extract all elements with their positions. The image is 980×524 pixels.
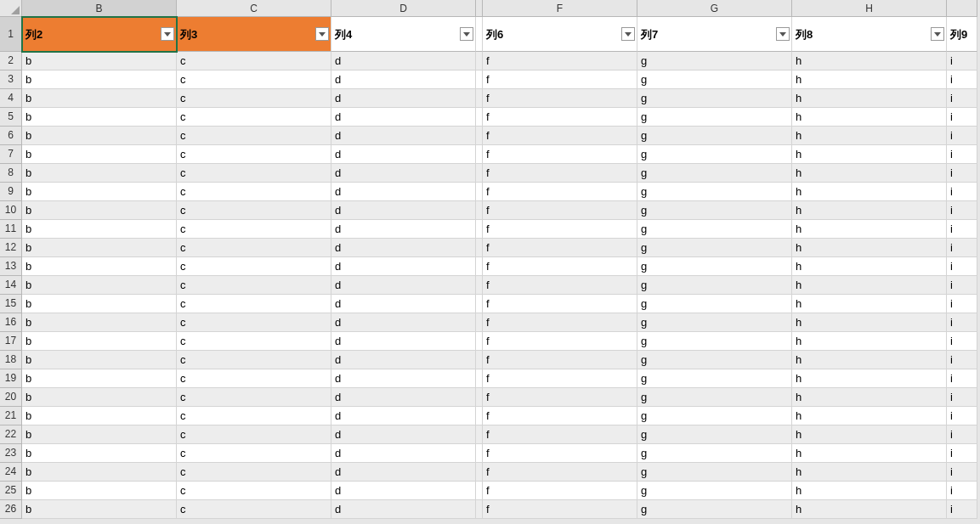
data-cell[interactable]: c <box>177 482 331 500</box>
data-cell[interactable]: c <box>177 70 331 89</box>
row-header-17[interactable]: 17 <box>0 332 22 351</box>
data-cell[interactable]: c <box>177 369 331 388</box>
data-cell[interactable]: i <box>947 239 977 257</box>
data-cell[interactable]: c <box>177 463 331 482</box>
data-cell[interactable] <box>476 332 483 351</box>
row-header-11[interactable]: 11 <box>0 220 22 239</box>
data-cell[interactable] <box>476 407 483 425</box>
data-cell[interactable] <box>476 89 483 108</box>
data-cell[interactable]: i <box>947 276 977 295</box>
data-cell[interactable]: c <box>177 332 331 351</box>
data-cell[interactable]: c <box>177 276 331 295</box>
data-cell[interactable]: g <box>637 313 792 332</box>
data-cell[interactable]: h <box>792 482 947 500</box>
data-cell[interactable]: g <box>637 89 792 108</box>
data-cell[interactable] <box>476 351 483 369</box>
data-cell[interactable]: h <box>792 127 947 145</box>
row-header-13[interactable]: 13 <box>0 257 22 276</box>
data-cell[interactable]: d <box>331 425 476 444</box>
data-cell[interactable]: c <box>177 295 331 313</box>
data-cell[interactable]: b <box>22 89 177 108</box>
col-header-F[interactable]: F <box>483 0 637 17</box>
data-cell[interactable]: i <box>947 257 977 276</box>
data-cell[interactable] <box>476 425 483 444</box>
data-cell[interactable]: h <box>792 239 947 257</box>
data-cell[interactable]: h <box>792 89 947 108</box>
data-cell[interactable]: h <box>792 108 947 127</box>
data-cell[interactable]: h <box>792 220 947 239</box>
table-header-cell[interactable]: 列7 <box>637 17 792 52</box>
data-cell[interactable]: f <box>483 70 637 89</box>
row-header-26[interactable]: 26 <box>0 500 22 519</box>
table-header-cell[interactable]: 列3 <box>177 17 331 52</box>
data-cell[interactable]: b <box>22 313 177 332</box>
filter-dropdown-icon[interactable] <box>621 27 635 41</box>
table-header-cell[interactable]: 列6 <box>483 17 637 52</box>
data-cell[interactable]: f <box>483 500 637 519</box>
data-cell[interactable]: f <box>483 257 637 276</box>
data-cell[interactable]: b <box>22 108 177 127</box>
row-header-12[interactable]: 12 <box>0 239 22 257</box>
data-cell[interactable]: c <box>177 52 331 70</box>
data-cell[interactable]: b <box>22 239 177 257</box>
data-cell[interactable]: f <box>483 407 637 425</box>
data-cell[interactable]: h <box>792 164 947 183</box>
data-cell[interactable]: i <box>947 500 977 519</box>
data-cell[interactable]: f <box>483 201 637 220</box>
row-header-18[interactable]: 18 <box>0 351 22 369</box>
data-cell[interactable]: b <box>22 164 177 183</box>
data-cell[interactable]: i <box>947 482 977 500</box>
data-cell[interactable]: i <box>947 332 977 351</box>
data-cell[interactable]: b <box>22 70 177 89</box>
data-cell[interactable] <box>476 313 483 332</box>
data-cell[interactable]: h <box>792 369 947 388</box>
data-cell[interactable]: f <box>483 220 637 239</box>
data-cell[interactable]: i <box>947 313 977 332</box>
data-cell[interactable]: i <box>947 295 977 313</box>
data-cell[interactable]: c <box>177 444 331 463</box>
data-cell[interactable]: g <box>637 388 792 407</box>
data-cell[interactable]: f <box>483 369 637 388</box>
data-cell[interactable]: c <box>177 425 331 444</box>
data-cell[interactable]: i <box>947 89 977 108</box>
data-cell[interactable]: d <box>331 52 476 70</box>
data-cell[interactable]: i <box>947 108 977 127</box>
data-cell[interactable]: d <box>331 500 476 519</box>
data-cell[interactable]: d <box>331 164 476 183</box>
row-header-19[interactable]: 19 <box>0 369 22 388</box>
data-cell[interactable]: g <box>637 463 792 482</box>
data-cell[interactable]: i <box>947 183 977 201</box>
data-cell[interactable]: i <box>947 52 977 70</box>
data-cell[interactable]: g <box>637 108 792 127</box>
data-cell[interactable]: b <box>22 145 177 164</box>
data-cell[interactable] <box>476 108 483 127</box>
data-cell[interactable]: g <box>637 127 792 145</box>
data-cell[interactable]: f <box>483 332 637 351</box>
data-cell[interactable]: c <box>177 257 331 276</box>
data-cell[interactable]: d <box>331 407 476 425</box>
col-header-D[interactable]: D <box>331 0 476 17</box>
data-cell[interactable]: d <box>331 369 476 388</box>
data-cell[interactable]: b <box>22 201 177 220</box>
row-header-5[interactable]: 5 <box>0 108 22 127</box>
data-cell[interactable]: h <box>792 407 947 425</box>
filter-dropdown-icon[interactable] <box>460 27 473 41</box>
spreadsheet-grid[interactable]: BCDFGH1列2列3列4列6列7列8列92bcdfghi3bcdfghi4bc… <box>0 0 980 519</box>
data-cell[interactable]: b <box>22 463 177 482</box>
row-header-23[interactable]: 23 <box>0 444 22 463</box>
data-cell[interactable]: d <box>331 201 476 220</box>
data-cell[interactable]: b <box>22 369 177 388</box>
filter-dropdown-icon[interactable] <box>315 27 329 41</box>
data-cell[interactable]: f <box>483 127 637 145</box>
data-cell[interactable]: f <box>483 463 637 482</box>
row-header-8[interactable]: 8 <box>0 164 22 183</box>
data-cell[interactable] <box>476 369 483 388</box>
data-cell[interactable] <box>476 295 483 313</box>
col-header-B[interactable]: B <box>22 0 177 17</box>
data-cell[interactable]: h <box>792 388 947 407</box>
data-cell[interactable]: d <box>331 463 476 482</box>
data-cell[interactable]: g <box>637 201 792 220</box>
data-cell[interactable]: b <box>22 500 177 519</box>
data-cell[interactable]: h <box>792 425 947 444</box>
data-cell[interactable]: g <box>637 295 792 313</box>
